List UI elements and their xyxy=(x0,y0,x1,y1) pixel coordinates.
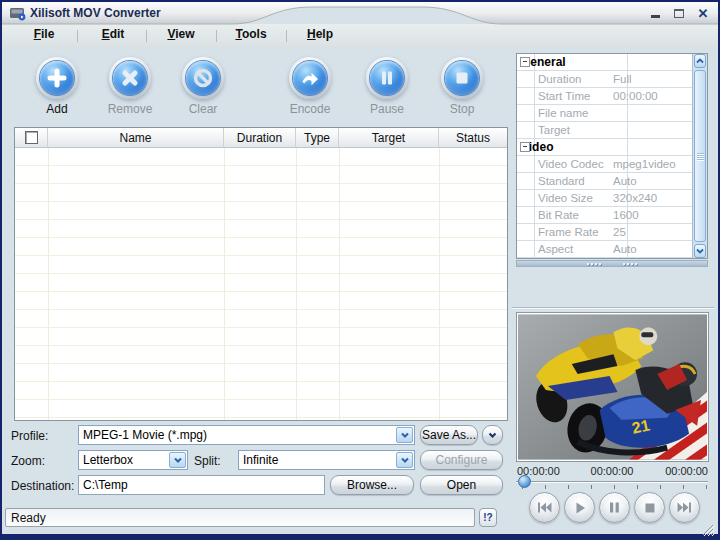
encode-label: Encode xyxy=(268,102,352,116)
property-row[interactable]: Bit Rate1600 xyxy=(517,207,707,224)
property-row[interactable]: DurationFull xyxy=(517,71,707,88)
property-category-video[interactable]: Video xyxy=(517,139,707,156)
arrow-right-icon xyxy=(293,61,327,95)
menu-separator xyxy=(216,30,217,42)
time-total: 00:00:00 xyxy=(516,465,708,477)
clear-button[interactable] xyxy=(182,57,224,99)
svg-text:21: 21 xyxy=(630,416,651,436)
column-status[interactable]: Status xyxy=(439,128,507,147)
close-icon[interactable]: ✕ xyxy=(696,6,710,20)
plus-icon xyxy=(40,61,74,95)
zoom-select[interactable]: Letterbox xyxy=(78,450,188,470)
column-target[interactable]: Target xyxy=(339,128,439,147)
maximize-icon[interactable] xyxy=(672,6,686,20)
pause-button[interactable] xyxy=(366,57,408,99)
scroll-down-icon[interactable] xyxy=(694,244,706,258)
player-previous-button[interactable] xyxy=(529,492,560,523)
add-button[interactable] xyxy=(36,57,78,99)
app-window: Xilisoft MOV Converter ✕ File Edit View … xyxy=(0,0,720,540)
column-type[interactable]: Type xyxy=(296,128,339,147)
status-text: Ready xyxy=(5,508,475,527)
split-label: Split: xyxy=(194,454,221,468)
menu-tools[interactable]: Tools xyxy=(219,27,283,41)
browse-button[interactable]: Browse... xyxy=(330,475,414,495)
scroll-up-icon[interactable] xyxy=(694,54,706,68)
column-duration[interactable]: Duration xyxy=(224,128,296,147)
property-row[interactable]: Frame Rate25 xyxy=(517,224,707,241)
previous-icon xyxy=(537,502,552,513)
next-icon xyxy=(677,502,692,513)
help-button[interactable]: !? xyxy=(479,508,497,527)
pause-icon xyxy=(609,502,620,513)
chevron-down-icon[interactable] xyxy=(396,452,413,468)
minimize-icon[interactable] xyxy=(648,6,662,20)
player-next-button[interactable] xyxy=(669,492,700,523)
destination-input[interactable] xyxy=(78,475,325,495)
file-list: Name Duration Type Target Status xyxy=(14,127,508,421)
resize-grip[interactable] xyxy=(701,523,714,539)
stop-button[interactable] xyxy=(441,57,483,99)
menubar: File Edit View Tools Help xyxy=(2,24,718,46)
stop-icon xyxy=(645,503,655,513)
add-label: Add xyxy=(15,102,99,116)
property-row[interactable]: Target xyxy=(517,122,707,139)
profile-select[interactable]: MPEG-1 Movie (*.mpg) xyxy=(78,425,415,445)
property-row[interactable]: Start Time00:00:00 xyxy=(517,88,707,105)
collapse-icon[interactable] xyxy=(520,142,530,152)
menu-view[interactable]: View xyxy=(149,27,213,41)
player-stop-button[interactable] xyxy=(634,492,665,523)
property-category-general[interactable]: General xyxy=(517,54,707,71)
select-all-checkbox[interactable] xyxy=(25,131,38,144)
scroll-thumb[interactable] xyxy=(694,70,706,242)
configure-button[interactable]: Configure xyxy=(420,450,503,470)
menu-separator xyxy=(146,30,147,42)
prohibition-icon xyxy=(186,61,220,95)
property-grid: General DurationFull Start Time00:00:00 … xyxy=(516,53,708,259)
chevron-down-icon[interactable] xyxy=(169,452,186,468)
remove-label: Remove xyxy=(88,102,172,116)
clear-label: Clear xyxy=(161,102,245,116)
menu-separator xyxy=(77,30,78,42)
file-list-body[interactable] xyxy=(15,148,507,420)
stop-label: Stop xyxy=(420,102,504,116)
cross-icon xyxy=(113,61,147,95)
app-icon xyxy=(9,5,26,24)
open-button[interactable]: Open xyxy=(420,475,503,495)
column-name[interactable]: Name xyxy=(48,128,224,147)
menu-help[interactable]: Help xyxy=(288,27,352,41)
menu-file[interactable]: File xyxy=(12,27,76,41)
property-scrollbar[interactable] xyxy=(692,54,707,258)
split-select[interactable]: Infinite xyxy=(238,450,415,470)
profile-more-button[interactable] xyxy=(482,425,503,445)
pause-label: Pause xyxy=(345,102,429,116)
menu-separator xyxy=(286,30,287,42)
property-row[interactable]: AspectAuto xyxy=(517,241,707,258)
property-row[interactable]: Video Size320x240 xyxy=(517,190,707,207)
menu-edit[interactable]: Edit xyxy=(81,27,145,41)
property-row[interactable]: Video Codecmpeg1video xyxy=(517,156,707,173)
encode-button[interactable] xyxy=(289,57,331,99)
seek-slider[interactable] xyxy=(516,481,708,483)
seek-thumb[interactable] xyxy=(518,475,531,488)
panel-splitter[interactable] xyxy=(516,260,708,267)
divider xyxy=(512,307,714,309)
save-as-button[interactable]: Save As... xyxy=(420,425,478,445)
stop-icon xyxy=(445,61,479,95)
video-preview: 21 xyxy=(516,312,709,462)
chevron-down-icon[interactable] xyxy=(396,427,413,443)
pause-icon xyxy=(370,61,404,95)
zoom-label: Zoom: xyxy=(11,454,45,468)
chevron-down-icon xyxy=(488,432,497,439)
select-all-cell xyxy=(15,128,48,147)
play-icon xyxy=(574,502,586,514)
window-title: Xilisoft MOV Converter xyxy=(30,6,161,20)
file-list-header: Name Duration Type Target Status xyxy=(15,128,507,148)
property-row[interactable]: File name xyxy=(517,105,707,122)
collapse-icon[interactable] xyxy=(520,57,530,67)
player-play-button[interactable] xyxy=(564,492,595,523)
remove-button[interactable] xyxy=(109,57,151,99)
profile-label: Profile: xyxy=(11,429,48,443)
property-row[interactable]: StandardAuto xyxy=(517,173,707,190)
preview-image: 21 xyxy=(518,314,707,460)
player-pause-button[interactable] xyxy=(599,492,630,523)
